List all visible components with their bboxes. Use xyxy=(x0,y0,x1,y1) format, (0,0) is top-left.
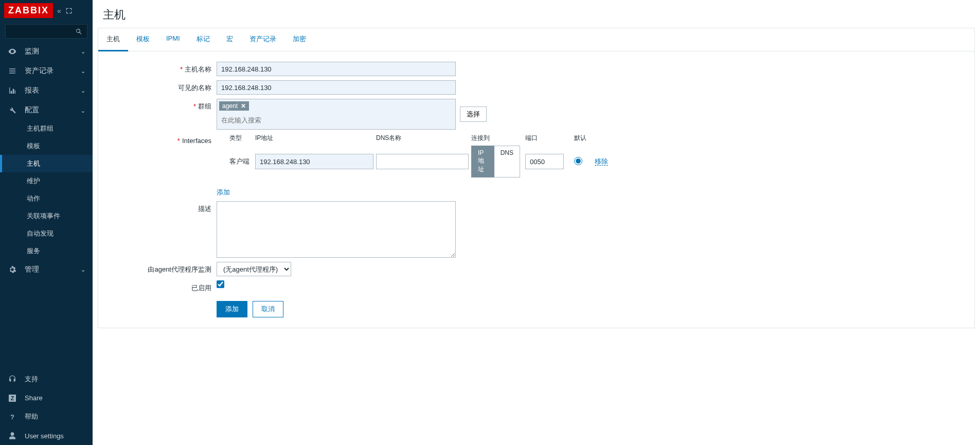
subnav-discovery[interactable]: 自动发现 xyxy=(0,225,93,242)
search-wrapper xyxy=(0,21,93,42)
interfaces-table: 类型 IP地址 DNS名称 连接到 端口 默认 客户端 xyxy=(217,134,608,181)
eye-icon xyxy=(7,47,17,56)
page-title: 主机 xyxy=(93,0,980,28)
nav-help[interactable]: ? 帮助 xyxy=(0,407,93,426)
description-textarea[interactable] xyxy=(217,201,456,258)
nav-label: 管理 xyxy=(25,265,81,274)
nav-support[interactable]: 支持 xyxy=(0,369,93,389)
nav-inventory[interactable]: 资产记录 ⌄ xyxy=(0,61,93,81)
cancel-button[interactable]: 取消 xyxy=(253,301,283,317)
add-interface-link[interactable]: 添加 xyxy=(217,188,230,196)
visible-name-input[interactable] xyxy=(217,80,456,95)
host-form: *主机名称 可见的名称 *群组 agent ✕ 选择 xyxy=(98,51,974,328)
nav-label: User settings xyxy=(25,432,85,440)
group-tag-label: agent xyxy=(222,102,238,110)
col-port: 端口 xyxy=(525,134,574,143)
subnav-correlation[interactable]: 关联项事件 xyxy=(0,207,93,225)
subnav-services[interactable]: 服务 xyxy=(0,242,93,260)
list-icon xyxy=(7,67,17,75)
tab-ipmi[interactable]: IPMI xyxy=(158,28,188,51)
sidebar-header: ZABBIX « xyxy=(0,0,93,21)
nav-label: Share xyxy=(25,394,85,402)
sidebar-footer: 支持 Z Share ? 帮助 User settings xyxy=(0,369,93,445)
subnav-host-groups[interactable]: 主机群组 xyxy=(0,120,93,137)
select-groups-button[interactable]: 选择 xyxy=(460,106,487,122)
wrench-icon xyxy=(7,106,17,114)
nav-reports[interactable]: 报表 ⌄ xyxy=(0,81,93,100)
chevron-down-icon: ⌄ xyxy=(81,48,85,55)
col-conn: 连接到 xyxy=(471,134,525,143)
groups-label: *群组 xyxy=(103,99,217,111)
proxy-select[interactable]: (无agent代理程序) xyxy=(217,262,291,276)
user-icon xyxy=(7,432,17,440)
connect-ip-option[interactable]: IP地址 xyxy=(471,146,494,177)
tabs: 主机 模板 IPMI 标记 宏 资产记录 加密 xyxy=(98,28,974,51)
tab-tags[interactable]: 标记 xyxy=(188,28,218,51)
tab-encryption[interactable]: 加密 xyxy=(284,28,314,51)
nav-admin[interactable]: 管理 ⌄ xyxy=(0,260,93,279)
chevron-down-icon: ⌄ xyxy=(81,266,85,273)
group-tag: agent ✕ xyxy=(219,101,249,111)
remove-interface-link[interactable]: 移除 xyxy=(595,157,608,166)
connect-to-toggle: IP地址 DNS xyxy=(471,146,520,177)
chevron-down-icon: ⌄ xyxy=(81,87,85,94)
question-icon: ? xyxy=(7,413,17,421)
nav-label: 资产记录 xyxy=(25,66,81,76)
col-default: 默认 xyxy=(574,134,590,143)
chart-icon xyxy=(7,86,17,95)
search-input[interactable] xyxy=(5,24,87,39)
groups-search-input[interactable] xyxy=(219,113,453,127)
nav-share[interactable]: Z Share xyxy=(0,389,93,407)
nav-label: 支持 xyxy=(25,375,85,384)
interfaces-label: *Interfaces xyxy=(103,134,217,145)
chevron-up-icon: ⌃ xyxy=(81,107,85,114)
nav-label: 配置 xyxy=(25,105,81,115)
iface-type: 客户端 xyxy=(217,157,255,166)
tab-inventory[interactable]: 资产记录 xyxy=(241,28,284,51)
z-icon: Z xyxy=(7,395,17,402)
subnav-hosts[interactable]: 主机 xyxy=(0,155,93,172)
headset-icon xyxy=(7,375,17,383)
nav-label: 帮助 xyxy=(25,412,85,421)
enabled-label: 已启用 xyxy=(103,280,217,293)
iface-default-radio[interactable] xyxy=(574,157,582,165)
proxy-label: 由agent代理程序监测 xyxy=(103,262,217,274)
submit-button[interactable]: 添加 xyxy=(217,301,247,317)
collapse-icon[interactable]: « xyxy=(57,7,61,15)
tab-macros[interactable]: 宏 xyxy=(218,28,241,51)
subnav-config: 主机群组 模板 主机 维护 动作 关联项事件 自动发现 服务 xyxy=(0,120,93,260)
form-buttons: 添加 取消 xyxy=(103,301,969,317)
search-icon xyxy=(75,28,83,35)
visible-name-label: 可见的名称 xyxy=(103,80,217,93)
nav-user-settings[interactable]: User settings xyxy=(0,426,93,445)
subnav-actions[interactable]: 动作 xyxy=(0,190,93,207)
host-name-label: *主机名称 xyxy=(103,62,217,74)
interface-row: 客户端 IP地址 DNS 移除 xyxy=(217,146,608,181)
fullscreen-icon[interactable] xyxy=(65,7,73,14)
tab-host[interactable]: 主机 xyxy=(98,28,128,51)
subnav-templates[interactable]: 模板 xyxy=(0,137,93,155)
nav-monitoring[interactable]: 监测 ⌄ xyxy=(0,42,93,61)
iface-dns-input[interactable] xyxy=(376,154,469,169)
nav-label: 报表 xyxy=(25,86,81,95)
nav-label: 监测 xyxy=(25,47,81,56)
enabled-checkbox[interactable] xyxy=(217,280,224,288)
subnav-maintenance[interactable]: 维护 xyxy=(0,172,93,190)
chevron-down-icon: ⌄ xyxy=(81,68,85,75)
logo[interactable]: ZABBIX xyxy=(4,3,53,18)
groups-multiselect[interactable]: agent ✕ xyxy=(217,99,456,130)
connect-dns-option[interactable]: DNS xyxy=(494,146,520,177)
main-content: 主机 主机 模板 IPMI 标记 宏 资产记录 加密 *主机名称 可见的名称 *… xyxy=(93,0,980,445)
description-label: 描述 xyxy=(103,201,217,213)
col-dns: DNS名称 xyxy=(376,134,471,143)
iface-port-input[interactable] xyxy=(525,154,564,169)
col-type: 类型 xyxy=(217,134,255,143)
host-name-input[interactable] xyxy=(217,62,456,76)
remove-tag-icon[interactable]: ✕ xyxy=(241,102,246,110)
tab-templates[interactable]: 模板 xyxy=(128,28,158,51)
content-box: 主机 模板 IPMI 标记 宏 资产记录 加密 *主机名称 可见的名称 *群组 xyxy=(98,28,975,328)
col-ip: IP地址 xyxy=(255,134,376,143)
iface-ip-input[interactable] xyxy=(255,154,373,169)
gear-icon xyxy=(7,265,17,274)
nav-config[interactable]: 配置 ⌃ xyxy=(0,100,93,120)
